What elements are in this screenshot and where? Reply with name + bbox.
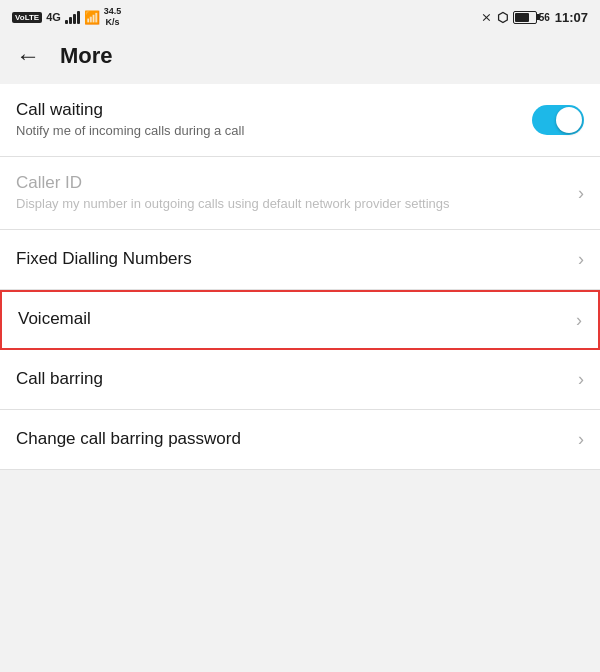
setting-subtitle-caller-id: Display my number in outgoing calls usin…: [16, 195, 578, 213]
toggle-knob-call-waiting: [556, 107, 582, 133]
battery-container: 56: [513, 11, 550, 24]
page-title: More: [60, 43, 113, 69]
setting-text-change-barring-password: Change call barring password: [16, 429, 578, 451]
setting-row-call-waiting[interactable]: Call waitingNotify me of incoming calls …: [0, 84, 600, 157]
setting-row-fixed-dialling[interactable]: Fixed Dialling Numbers›: [0, 230, 600, 290]
setting-text-voicemail: Voicemail: [18, 309, 576, 331]
setting-text-call-barring: Call barring: [16, 369, 578, 391]
header: ← More: [0, 32, 600, 84]
status-right: ⨯ ⬡ 56 11:07: [481, 10, 588, 25]
wifi-icon: 📶: [84, 10, 100, 25]
signal-bars: [65, 10, 80, 24]
setting-row-call-barring[interactable]: Call barring›: [0, 350, 600, 410]
toggle-call-waiting[interactable]: [532, 105, 584, 135]
back-button[interactable]: ←: [16, 42, 40, 70]
network-type: 4G: [46, 11, 61, 23]
setting-row-change-barring-password[interactable]: Change call barring password›: [0, 410, 600, 470]
setting-title-call-waiting: Call waiting: [16, 100, 532, 120]
chevron-icon-caller-id: ›: [578, 183, 584, 204]
setting-row-caller-id[interactable]: Caller IDDisplay my number in outgoing c…: [0, 157, 600, 230]
bluetooth-icon2: ⬡: [497, 10, 508, 25]
setting-row-voicemail[interactable]: Voicemail›: [0, 290, 600, 350]
setting-title-change-barring-password: Change call barring password: [16, 429, 578, 449]
battery-icon: [513, 11, 537, 24]
speed-text: 34.5 K/s: [104, 6, 122, 28]
chevron-icon-call-barring: ›: [578, 369, 584, 390]
bluetooth-icon: ⨯: [481, 10, 492, 25]
status-left: VoLTE 4G 📶 34.5 K/s: [12, 6, 121, 28]
battery-level: 56: [539, 12, 550, 23]
chevron-icon-change-barring-password: ›: [578, 429, 584, 450]
chevron-icon-fixed-dialling: ›: [578, 249, 584, 270]
setting-subtitle-call-waiting: Notify me of incoming calls during a cal…: [16, 122, 532, 140]
setting-title-voicemail: Voicemail: [18, 309, 576, 329]
setting-text-caller-id: Caller IDDisplay my number in outgoing c…: [16, 173, 578, 213]
status-bar: VoLTE 4G 📶 34.5 K/s ⨯ ⬡ 56 11:07: [0, 0, 600, 32]
setting-text-fixed-dialling: Fixed Dialling Numbers: [16, 249, 578, 271]
setting-title-call-barring: Call barring: [16, 369, 578, 389]
time-display: 11:07: [555, 10, 588, 25]
setting-title-caller-id: Caller ID: [16, 173, 578, 193]
settings-list: Call waitingNotify me of incoming calls …: [0, 84, 600, 470]
chevron-icon-voicemail: ›: [576, 310, 582, 331]
setting-text-call-waiting: Call waitingNotify me of incoming calls …: [16, 100, 532, 140]
volte-badge: VoLTE: [12, 12, 42, 23]
setting-title-fixed-dialling: Fixed Dialling Numbers: [16, 249, 578, 269]
